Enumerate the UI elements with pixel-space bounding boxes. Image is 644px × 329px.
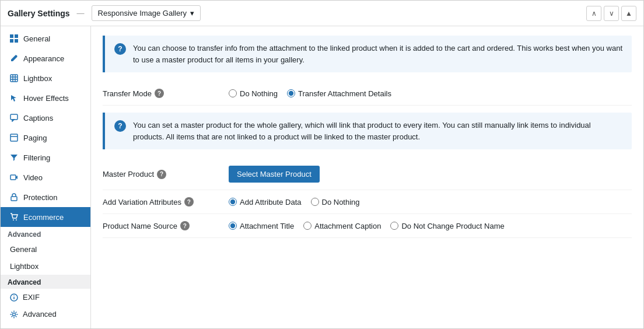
info-icon-2: ? [114,120,126,132]
sidebar-sublabel-exif: EXIF [23,293,40,302]
svg-rect-13 [10,175,16,180]
sidebar-item-filtering[interactable]: Filtering [1,148,90,167]
transfer-mode-transfer-attachment[interactable]: Transfer Attachment Details [287,89,391,98]
sidebar-label-protection: Protection [23,193,58,202]
product-name-attachment-title-label: Attachment Title [240,222,294,230]
collapse-button[interactable]: ▲ [621,6,636,21]
select-master-product-button[interactable]: Select Master Product [229,166,320,183]
main-content: ? You can choose to transfer info from t… [91,26,643,328]
chat-icon [9,113,19,123]
sidebar-subitem-general[interactable]: General [1,241,90,258]
sidebar-item-appearance[interactable]: Appearance [1,48,90,68]
sidebar-label-captions: Captions [23,114,53,123]
header-dash: — [77,9,85,18]
transfer-mode-controls: Do Nothing Transfer Attachment Details [229,89,391,98]
transfer-mode-do-nothing-label: Do Nothing [240,89,278,98]
sidebar-item-lightbox[interactable]: Lightbox [1,68,90,88]
transfer-mode-help-icon[interactable]: ? [155,89,164,98]
transfer-mode-label: Transfer Mode ? [103,89,219,98]
sidebar-item-ecommerce[interactable]: Ecommerce [1,207,90,227]
sidebar-item-general[interactable]: General [1,29,90,48]
cursor-icon [9,93,19,103]
product-name-source-label: Product Name Source ? [103,221,219,230]
sidebar: General Appearance Lightbox Hover Effect… [1,26,91,328]
svg-rect-0 [10,34,13,38]
sidebar-sublabel-general: General [10,245,37,254]
product-name-source-controls: Attachment Title Attachment Caption Do N… [229,222,505,230]
svg-line-4 [16,55,17,56]
sidebar-item-paging[interactable]: Paging [1,128,90,148]
svg-rect-14 [11,197,17,201]
variation-do-nothing[interactable]: Do Nothing [311,198,360,206]
product-name-attachment-caption-radio[interactable] [303,222,312,230]
add-variation-help-icon[interactable]: ? [184,197,194,206]
grid-icon [9,34,19,43]
sidebar-label-ecommerce: Ecommerce [23,213,64,222]
variation-add-attribute[interactable]: Add Attribute Data [229,198,302,206]
transfer-mode-row: Transfer Mode ? Do Nothing Transfer Atta… [103,82,632,106]
transfer-mode-attachment-radio[interactable] [287,89,295,97]
variation-do-nothing-radio[interactable] [311,198,319,206]
master-product-label: Master Product ? [103,170,219,179]
body: General Appearance Lightbox Hover Effect… [1,26,643,328]
sidebar-label-video: Video [23,173,43,182]
grid4-icon [9,74,19,83]
svg-point-16 [16,219,17,220]
svg-rect-1 [15,34,18,38]
sidebar-subitem-exif[interactable]: EXIF [1,289,90,306]
sidebar-item-hover-effects[interactable]: Hover Effects [1,88,90,108]
brush-icon [9,54,19,63]
product-name-do-not-change-radio[interactable] [390,222,398,230]
advanced-sub-header: Advanced [1,275,90,289]
add-variation-controls: Add Attribute Data Do Nothing [229,198,360,206]
transfer-mode-text: Transfer Mode [103,89,152,98]
variation-add-attribute-radio[interactable] [229,198,237,206]
product-name-attachment-title-radio[interactable] [229,222,237,230]
scroll-up-button[interactable]: ∧ [586,6,601,21]
transfer-mode-do-nothing-radio[interactable] [229,89,237,97]
svg-rect-10 [10,114,18,120]
gallery-dropdown[interactable]: Responsive Image Gallery ▾ [92,5,201,21]
svg-point-20 [13,313,16,316]
product-name-source-row: Product Name Source ? Attachment Title A… [103,214,632,238]
sidebar-label-hover-effects: Hover Effects [23,94,69,103]
svg-point-15 [13,219,14,220]
sidebar-sublabel-advanced: Advanced [23,310,57,318]
filter-icon [9,153,19,162]
transfer-mode-do-nothing[interactable]: Do Nothing [229,89,278,98]
master-product-help-icon[interactable]: ? [157,170,166,179]
master-product-text: Master Product [103,170,154,178]
add-variation-text: Add Variation Attributes [103,198,181,206]
scroll-down-button[interactable]: ∨ [604,6,619,21]
lock-icon [9,192,19,202]
master-product-controls: Select Master Product [229,166,320,183]
sidebar-label-filtering: Filtering [23,153,50,162]
info-text-transfer: You can choose to transfer info from the… [133,43,622,65]
video-icon [9,173,19,182]
product-name-attachment-caption[interactable]: Attachment Caption [303,222,381,230]
info-icon-1: ? [114,43,126,55]
variation-do-nothing-label: Do Nothing [322,198,360,206]
header: Gallery Settings — Responsive Image Gall… [1,1,643,26]
advanced-section-header: Advanced [1,227,90,241]
product-name-do-not-change-label: Do Not Change Product Name [401,222,504,230]
sidebar-subitem-lightbox[interactable]: Lightbox [1,258,90,275]
sidebar-subitem-advanced[interactable]: Advanced [1,306,90,323]
svg-rect-11 [10,134,18,141]
sidebar-item-protection[interactable]: Protection [1,187,90,207]
sidebar-item-video[interactable]: Video [1,167,90,187]
info-circle-icon [10,293,18,302]
sidebar-item-captions[interactable]: Captions [1,108,90,128]
sidebar-label-paging: Paging [23,134,47,142]
info-text-master: You can set a master product for the who… [133,120,622,142]
cart-icon [9,212,19,222]
svg-rect-3 [15,39,18,43]
product-name-source-help-icon[interactable]: ? [180,221,190,230]
svg-point-19 [13,295,15,296]
product-name-attachment-title[interactable]: Attachment Title [229,222,294,230]
svg-rect-2 [10,39,13,43]
master-product-row: Master Product ? Select Master Product [103,159,632,190]
gallery-dropdown-label: Responsive Image Gallery [98,9,187,18]
product-name-do-not-change[interactable]: Do Not Change Product Name [390,222,504,230]
transfer-mode-attachment-label: Transfer Attachment Details [298,89,391,98]
